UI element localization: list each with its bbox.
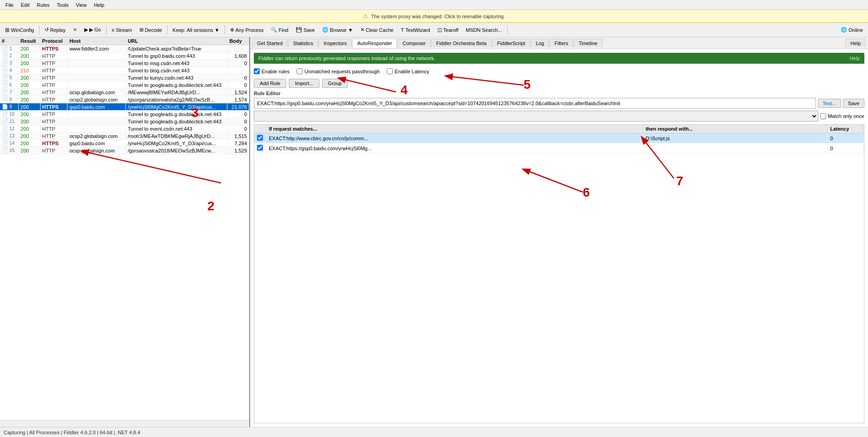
cell-body: 0 xyxy=(227,118,249,125)
cell-result: 200 xyxy=(19,118,41,125)
cell-result: 210 xyxy=(19,67,41,74)
tab-inspectors[interactable]: Inspectors xyxy=(318,39,352,47)
decode-button[interactable]: ⊞ Decode xyxy=(136,25,165,34)
options-row: Enable rules Unmatched requests passthro… xyxy=(254,66,864,76)
cell-url: Tunnel to gsp0.baidu.com:443 xyxy=(126,52,227,60)
table-row[interactable]: 📄 5 200 HTTP Tunnel to kunyu.csdn.net:44… xyxy=(0,74,249,81)
cell-host xyxy=(67,81,126,89)
menu-view[interactable]: View xyxy=(72,1,91,9)
tab-help[interactable]: Help xyxy=(845,39,866,47)
online-button[interactable]: 🌐 Online xyxy=(837,25,866,34)
winconfig-button[interactable]: ⊞WinConfig xyxy=(2,25,37,35)
table-row[interactable]: 📄 13 200 HTTP ocsp2.globalsign.com /root… xyxy=(0,132,249,140)
browse-icon: 🌐 xyxy=(322,27,329,33)
tab-fiddlerscript[interactable]: FiddlerScript xyxy=(492,39,530,47)
autoresponder-content: Fiddler can return previously generated … xyxy=(250,49,868,427)
cell-protocol: HTTP xyxy=(40,147,67,154)
menu-help[interactable]: Help xyxy=(90,1,108,9)
group-button[interactable]: Group xyxy=(322,79,348,88)
menu-rules[interactable]: Rules xyxy=(33,1,53,9)
left-scrollbar[interactable] xyxy=(0,420,249,427)
unmatched-passthrough-checkbox[interactable] xyxy=(297,68,303,74)
tab-get-started[interactable]: Get Started xyxy=(252,39,288,47)
rule-checkbox-1[interactable] xyxy=(257,145,263,151)
cell-rule-check xyxy=(254,133,266,143)
cell-url: /yrwHcjSl0MgCo2KmI5_Y_D3/api/cus... xyxy=(126,140,227,147)
unmatched-passthrough-check[interactable]: Unmatched requests passthrough xyxy=(297,68,380,74)
sessions-table[interactable]: # Result Protocol Host URL Body 📄 1 200 … xyxy=(0,37,249,420)
go-button[interactable]: ▶ ▶ Go xyxy=(81,25,104,34)
menu-tools[interactable]: Tools xyxy=(53,1,72,9)
table-row[interactable]: 📄 8 200 HTTP ocsp2.globalsign.com /gsorg… xyxy=(0,96,249,103)
enable-latency-checkbox[interactable] xyxy=(387,68,393,74)
table-row[interactable]: 📄 4 210 HTTP Tunnel to blog.csdn.net:443 xyxy=(0,67,249,74)
cell-body: 21,076 xyxy=(227,103,249,111)
find-button[interactable]: 🔍 Find xyxy=(267,25,291,34)
match-only-once-label[interactable]: Match only once xyxy=(820,113,864,119)
table-row[interactable]: 📄 11 200 HTTP Tunnel to googleads.g.doub… xyxy=(0,118,249,125)
menu-edit[interactable]: Edit xyxy=(17,1,33,9)
remove-button[interactable]: ✕ xyxy=(70,25,80,34)
go-icon: ▶ xyxy=(84,27,88,33)
cell-protocol: HTTP xyxy=(40,89,67,96)
table-row[interactable]: 📄 7 200 HTTP ocsp.globalsign.com /MEwwwj… xyxy=(0,89,249,96)
cell-num: 📄 14 xyxy=(0,140,19,147)
tab-autoresponder[interactable]: AutoResponder xyxy=(352,39,397,48)
table-row[interactable]: 📄 12 200 HTTP Tunnel to event.csdn.net:4… xyxy=(0,125,249,132)
tab-statistics[interactable]: Statistics xyxy=(288,39,318,47)
table-row[interactable]: 📄 2 200 HTTP Tunnel to gsp0.baidu.com:44… xyxy=(0,52,249,60)
table-row[interactable]: 📄 10 200 HTTP Tunnel to googleads.g.doub… xyxy=(0,111,249,118)
col-match: If request matches... xyxy=(266,125,643,133)
browse-button[interactable]: 🌐 Browse ▼ xyxy=(319,25,356,34)
tab-log[interactable]: Log xyxy=(531,39,549,47)
cell-num: 📄 6 xyxy=(0,81,19,89)
enable-rules-checkbox[interactable] xyxy=(254,68,260,74)
cell-protocol: HTTP xyxy=(40,67,67,74)
enable-latency-check[interactable]: Enable Latency xyxy=(387,68,429,74)
keep-sessions-button[interactable]: Keep: All sessions ▼ xyxy=(169,26,223,34)
list-item[interactable]: EXACT:https://gsp0.baidu.com/yrwHcjSl0Mg… xyxy=(254,143,864,153)
tearoff-button[interactable]: ◫ Tearoff xyxy=(434,25,462,34)
rule-match-input[interactable] xyxy=(254,98,816,109)
add-rule-button[interactable]: Add Rule xyxy=(254,79,286,88)
tab-filters[interactable]: Filters xyxy=(550,39,573,47)
match-only-once-checkbox[interactable] xyxy=(820,113,826,119)
info-bar-help-link[interactable]: Help xyxy=(849,56,860,61)
tab-composer[interactable]: Composer xyxy=(397,39,431,47)
cell-host xyxy=(67,111,126,118)
replay-button[interactable]: ↺ Replay xyxy=(41,25,69,34)
cell-body xyxy=(227,67,249,74)
rule-respond-select[interactable] xyxy=(254,111,818,122)
any-process-button[interactable]: ⊕ Any Process xyxy=(227,25,267,34)
tearoff-icon: ◫ xyxy=(437,27,442,33)
test-button[interactable]: Test... xyxy=(818,99,841,108)
tab-timeline[interactable]: Timeline xyxy=(574,39,602,47)
list-item[interactable]: EXACT:http://www.cbirc.gov.cn/cn/js/comm… xyxy=(254,133,864,143)
rule-save-button[interactable]: Save xyxy=(843,99,864,108)
cell-result: 200 xyxy=(19,89,41,96)
info-bar: Fiddler can return previously generated … xyxy=(254,53,864,64)
table-row[interactable]: 📄 1 200 HTTPS www.fiddler2.com /UpdateCh… xyxy=(0,45,249,52)
rule-checkbox-0[interactable] xyxy=(257,135,263,141)
stream-button[interactable]: ≡ Stream xyxy=(108,26,135,34)
textwizard-button[interactable]: T TextWizard xyxy=(398,26,433,34)
clear-cache-button[interactable]: ✕ Clear Cache xyxy=(357,25,397,34)
cell-protocol: HTTP xyxy=(40,111,67,118)
msdn-search-button[interactable]: MSDN Search... xyxy=(462,26,505,34)
rule-editor-label: Rule Editor xyxy=(254,91,864,96)
enable-rules-check[interactable]: Enable rules xyxy=(254,68,289,74)
cell-url: Tunnel to msg.csdn.net:443 xyxy=(126,60,227,67)
table-row[interactable]: 📄 9 200 HTTPS gsp0.baidu.com /yrwHcjSl0M… xyxy=(0,103,249,111)
save-button[interactable]: 💾 Save xyxy=(293,25,318,34)
table-row[interactable]: 📄 6 200 HTTP Tunnel to googleads.g.doubl… xyxy=(0,81,249,89)
import-button[interactable]: Import... xyxy=(289,79,319,88)
notification-bar[interactable]: ⚠ The system proxy was changed. Click to… xyxy=(0,10,868,23)
rules-list[interactable]: If request matches... then respond with.… xyxy=(254,124,864,423)
menu-file[interactable]: File xyxy=(2,1,17,9)
cell-result: 200 xyxy=(19,132,41,140)
table-row[interactable]: 📄 3 200 HTTP Tunnel to msg.csdn.net:443 … xyxy=(0,60,249,67)
tab-fiddler-orchestra-beta[interactable]: Fiddler Orchestra Beta xyxy=(431,39,492,47)
table-row[interactable]: 📄 15 200 HTTP ocsp.globalsign.com /gsrsa… xyxy=(0,147,249,154)
table-row[interactable]: 📄 14 200 HTTPS gsp0.baidu.com /yrwHcjSl0… xyxy=(0,140,249,147)
cell-body: 0 xyxy=(227,125,249,132)
